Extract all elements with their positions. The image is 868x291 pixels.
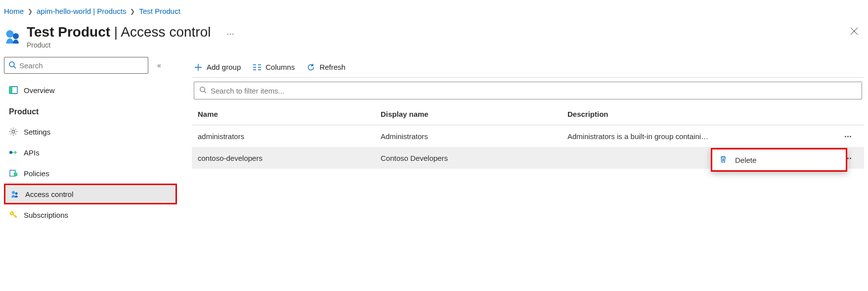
sidebar-item-settings[interactable]: Settings (4, 121, 177, 142)
svg-rect-9 (14, 173, 17, 176)
svg-point-14 (200, 87, 205, 92)
chevron-right-icon: ❯ (28, 8, 33, 15)
sidebar-item-overview[interactable]: Overview (4, 80, 177, 100)
svg-point-10 (12, 191, 15, 194)
table-header: Name Display name Description (192, 103, 864, 125)
gear-icon (9, 127, 18, 136)
svg-rect-5 (9, 87, 12, 94)
chevron-right-icon: ❯ (130, 8, 135, 15)
sidebar-item-label: Subscriptions (24, 211, 68, 219)
svg-point-1 (13, 33, 19, 39)
sidebar-item-label: Access control (25, 190, 74, 198)
toolbar-label: Add group (207, 63, 241, 71)
sidebar-section-product: Product (4, 100, 177, 121)
toolbar-label: Refresh (319, 63, 346, 71)
columns-button[interactable]: Columns (253, 63, 295, 72)
cell-name: contoso-developers (198, 154, 381, 162)
sidebar: « Overview Product Settings APIs Po (4, 57, 177, 225)
sidebar-item-policies[interactable]: Policies (4, 163, 177, 184)
filter-input[interactable] (211, 87, 857, 95)
overview-icon (9, 86, 18, 95)
column-header-display-name[interactable]: Display name (381, 110, 567, 118)
cell-name: administrators (198, 132, 381, 141)
page-header: Test Product | Access control ⋯ Product (0, 20, 868, 57)
sidebar-item-label: Settings (24, 128, 50, 136)
svg-point-6 (12, 130, 15, 133)
toolbar-label: Columns (265, 63, 295, 71)
svg-line-15 (204, 91, 206, 93)
cell-display-name: Administrators (381, 132, 567, 141)
api-icon (9, 148, 18, 157)
breadcrumb-item-home[interactable]: Home (4, 7, 24, 15)
collapse-sidebar-button[interactable]: « (154, 58, 164, 72)
sidebar-item-label: APIs (24, 148, 40, 157)
page-title: Test Product | Access control ⋯ (27, 24, 844, 40)
svg-point-11 (15, 193, 18, 195)
trash-icon (719, 155, 728, 164)
row-context-menu: Delete (711, 148, 847, 172)
refresh-button[interactable]: Refresh (306, 63, 346, 72)
columns-icon (253, 63, 261, 72)
more-icon[interactable]: ⋯ (226, 29, 235, 39)
delete-menu-item[interactable]: Delete (712, 149, 846, 170)
sidebar-item-access-control[interactable]: Access control (4, 184, 177, 204)
plus-icon (194, 63, 203, 72)
sidebar-item-label: Policies (24, 169, 49, 178)
search-icon (8, 61, 16, 70)
svg-point-7 (9, 151, 12, 154)
context-item-label: Delete (735, 156, 756, 164)
sidebar-search-box[interactable] (4, 57, 148, 74)
refresh-icon (306, 63, 315, 72)
cell-description: Administrators is a built-in group conta… (567, 132, 838, 141)
search-icon (199, 86, 207, 95)
filter-box[interactable] (194, 82, 862, 99)
policy-icon (9, 169, 18, 178)
breadcrumb-item-test-product[interactable]: Test Product (139, 7, 180, 15)
people-icon (10, 190, 19, 198)
breadcrumb-item-products[interactable]: apim-hello-world | Products (37, 7, 126, 15)
sidebar-search-input[interactable] (19, 61, 144, 70)
svg-line-3 (14, 66, 16, 68)
table-row[interactable]: contoso-developers Contoso Developers ⋯ … (192, 147, 864, 169)
page-subtitle: Product (27, 41, 844, 49)
column-header-description[interactable]: Description (567, 110, 838, 118)
main-content: Add group Columns Refresh (177, 57, 864, 225)
svg-point-2 (9, 62, 14, 67)
column-header-name[interactable]: Name (198, 110, 381, 118)
close-button[interactable] (844, 24, 864, 41)
breadcrumb: Home ❯ apim-hello-world | Products ❯ Tes… (0, 0, 868, 20)
svg-point-0 (6, 30, 14, 38)
add-group-button[interactable]: Add group (194, 63, 241, 72)
sidebar-item-subscriptions[interactable]: Subscriptions (4, 204, 177, 225)
svg-point-13 (11, 213, 13, 214)
sidebar-item-apis[interactable]: APIs (4, 142, 177, 163)
cell-display-name: Contoso Developers (381, 154, 567, 162)
key-icon (9, 210, 18, 219)
groups-table: Name Display name Description administra… (192, 103, 864, 169)
row-more-button[interactable]: ⋯ (844, 132, 852, 140)
table-row[interactable]: administrators Administrators Administra… (192, 125, 864, 147)
toolbar: Add group Columns Refresh (192, 57, 864, 78)
product-people-icon (4, 27, 22, 45)
sidebar-item-label: Overview (24, 86, 55, 95)
